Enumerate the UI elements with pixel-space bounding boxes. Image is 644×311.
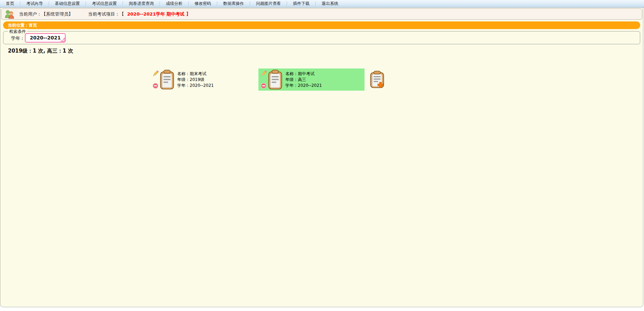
menu-item-change-password[interactable]: 修改密码 — [189, 0, 217, 7]
two-users-icon — [4, 9, 15, 19]
current-project-label: 当前考试项目：【 — [88, 11, 124, 17]
pencil-icon[interactable] — [260, 70, 267, 77]
search-conditions-fieldset: 检索条件 学年： 2020--2021 — [3, 31, 640, 44]
school-year-label: 学年： — [11, 35, 25, 42]
exam-name-line: 名称：期末考试 — [177, 71, 214, 76]
card-action-column — [152, 70, 159, 89]
current-project-bracket: 】 — [186, 11, 191, 17]
exam-card-row: 名称：期末考试 年级：2019级 学年：2020--2021 — [150, 68, 385, 91]
menu-item-exam-info-settings[interactable]: 考试信息设置 — [86, 0, 123, 7]
exam-name-line: 名称：期中考试 — [285, 71, 322, 76]
exam-count-summary: 2019级：1 次, 高三：1 次 — [8, 48, 73, 54]
fieldset-legend: 检索条件 — [8, 29, 27, 35]
pencil-icon[interactable] — [152, 70, 159, 77]
school-year-value: 2020--2021 — [30, 35, 61, 40]
menu-item-home[interactable]: 首页 — [0, 0, 20, 7]
breadcrumb: 当前位置：首页 — [3, 21, 640, 29]
current-project-value: 2020--2021学年 期中考试 — [127, 11, 184, 17]
top-menu-bar: 首页 考试向导 基础信息设置 考试信息设置 阅卷进度查询 成绩分析 修改密码 数… — [0, 0, 644, 8]
menu-item-problem-image-view[interactable]: 问题图片查看 — [250, 0, 287, 7]
exam-year-line: 学年：2020--2021 — [177, 83, 214, 88]
clipboard-icon[interactable] — [160, 70, 174, 90]
user-status-bar: 当前用户：【系统管理员】 当前考试项目：【 2020--2021学年 期中考试 … — [1, 8, 642, 20]
exam-card: 名称：期中考试 年级：高三 学年：2020--2021 — [258, 68, 364, 91]
content-panel: 当前用户：【系统管理员】 当前考试项目：【 2020--2021学年 期中考试 … — [0, 8, 643, 307]
menu-item-database-operations[interactable]: 数据库操作 — [217, 0, 250, 7]
exam-card-text: 名称：期中考试 年级：高三 学年：2020--2021 — [285, 71, 322, 89]
menu-item-plugin-download[interactable]: 插件下载 — [287, 0, 315, 7]
exam-year-line: 学年：2020--2021 — [285, 83, 322, 88]
menu-item-basic-info-settings[interactable]: 基础信息设置 — [49, 0, 86, 7]
card-action-column — [260, 70, 267, 89]
menu-item-logout[interactable]: 退出系统 — [316, 0, 344, 7]
corner-chevron-icon — [60, 37, 65, 42]
exam-card: 名称：期末考试 年级：2019级 学年：2020--2021 — [150, 68, 256, 91]
current-user-label: 当前用户：【系统管理员】 — [19, 11, 73, 17]
menu-item-marking-progress[interactable]: 阅卷进度查询 — [123, 0, 160, 7]
school-year-select[interactable]: 2020--2021 — [25, 33, 66, 43]
menu-item-score-analysis[interactable]: 成绩分析 — [160, 0, 188, 7]
delete-minus-icon[interactable] — [152, 83, 159, 89]
delete-minus-icon[interactable] — [261, 83, 267, 89]
exam-card-text: 名称：期末考试 年级：2019级 学年：2020--2021 — [177, 71, 214, 89]
menu-item-exam-wizard[interactable]: 考试向导 — [20, 0, 49, 7]
exam-grade-line: 年级：2019级 — [177, 77, 214, 82]
clipboard-icon[interactable] — [268, 70, 282, 90]
exam-grade-line: 年级：高三 — [285, 77, 322, 82]
add-exam-clipboard-plus-icon[interactable] — [370, 71, 385, 89]
